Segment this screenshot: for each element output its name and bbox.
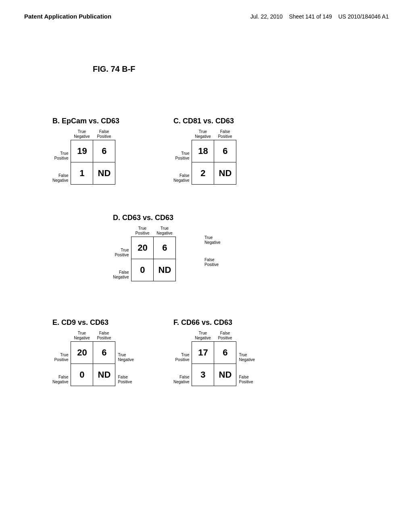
matrix-e-cell-10: 0 [71, 364, 93, 386]
matrix-b-cell-11: ND [93, 162, 115, 185]
matrix-c-cell-10: 2 [192, 162, 214, 185]
matrix-f-table: 17 6 3 ND [192, 341, 236, 386]
matrix-e-col1-label: TrueNegative [71, 331, 93, 341]
matrix-c: C. CD81 vs. CD63 TruePositive FalseNegat… [173, 117, 236, 189]
matrix-c-cell-11: ND [214, 162, 236, 185]
matrix-e-right-row2: FalsePositive [118, 375, 132, 384]
matrix-e-cell-00: 20 [71, 342, 93, 364]
matrix-c-title: C. CD81 vs. CD63 [173, 117, 236, 125]
matrix-d-col2-label: TrueNegative [153, 226, 175, 236]
matrix-f-cell-01: 6 [214, 342, 236, 364]
matrix-d-row1-label: TruePositive [115, 248, 129, 258]
matrix-e-cell-11: ND [93, 364, 115, 386]
matrix-e-right-row1: TrueNegative [118, 353, 133, 362]
matrix-b: B. EpCam vs. CD63 TruePositive FalseNega… [52, 117, 119, 189]
matrix-b-cell-00: 19 [71, 140, 93, 162]
matrix-f-cell-10: 3 [192, 364, 214, 386]
matrix-c-row2-label: FalseNegative [173, 173, 189, 183]
matrix-d-cell-10: 0 [131, 259, 154, 281]
matrix-b-col2-label: FalsePositive [93, 129, 115, 139]
matrix-c-row1-label: TruePositive [175, 151, 189, 161]
matrix-f-cell-11: ND [214, 364, 236, 386]
matrix-d-cell-11: ND [154, 259, 176, 281]
matrix-f: F. CD66 vs. CD63 TruePositive FalseNegat… [173, 318, 255, 391]
matrix-f-col2-label: FalsePositive [214, 331, 236, 341]
matrix-f-row2-label: FalseNegative [173, 375, 189, 384]
figure-title: FIG. 74 B-F [93, 64, 136, 74]
matrix-d: D. CD63 vs. CD63 TruePositive FalseNegat… [113, 214, 176, 286]
matrix-e-title: E. CD9 vs. CD63 [52, 318, 134, 327]
matrix-f-title: F. CD66 vs. CD63 [173, 318, 255, 327]
matrix-d-title: D. CD63 vs. CD63 [113, 214, 176, 222]
matrix-b-row1-label: TruePositive [54, 151, 68, 161]
matrix-d-right-row1: TrueNegative [204, 235, 220, 245]
matrix-c-col2-label: FalsePositive [214, 129, 236, 139]
publication-info: Jul. 22, 2010 Sheet 141 of 149 US 2010/1… [250, 12, 389, 21]
matrix-e-row1-label: TruePositive [54, 353, 68, 362]
matrix-c-table: 18 6 2 ND [192, 140, 236, 185]
matrix-c-col1-label: TrueNegative [192, 129, 214, 139]
matrix-e: E. CD9 vs. CD63 TruePositive FalseNegati… [52, 318, 134, 391]
matrix-b-cell-01: 6 [93, 140, 115, 162]
matrix-d-row2-label: FalseNegative [113, 270, 129, 280]
matrix-e-cell-01: 6 [93, 342, 115, 364]
matrix-d-right-row2: FalsePositive [204, 258, 219, 267]
matrix-f-row1-label: TruePositive [175, 353, 189, 362]
matrix-f-col1-label: TrueNegative [192, 331, 214, 341]
matrix-e-table: 20 6 0 ND [71, 341, 115, 386]
matrix-b-table: 19 6 1 ND [71, 140, 115, 185]
matrix-d-cell-00: 20 [131, 237, 154, 259]
matrix-b-row2-label: FalseNegative [52, 173, 68, 183]
matrix-c-cell-00: 18 [192, 140, 214, 162]
matrix-b-cell-10: 1 [71, 162, 93, 185]
matrix-f-cell-00: 17 [192, 342, 214, 364]
publication-title: Patent Application Publication [24, 12, 111, 21]
matrix-c-cell-01: 6 [214, 140, 236, 162]
matrix-b-title: B. EpCam vs. CD63 [52, 117, 119, 125]
matrix-d-table: 20 6 0 ND [131, 237, 176, 281]
matrix-d-cell-01: 6 [154, 237, 176, 259]
matrix-d-col1-label: TruePositive [131, 226, 153, 236]
matrix-f-right-row2: FalsePositive [239, 375, 253, 384]
matrix-f-right-row1: TrueNegative [239, 353, 254, 362]
matrix-e-row2-label: FalseNegative [52, 375, 68, 384]
matrix-b-col1-label: TrueNegative [71, 129, 93, 139]
page-header: Patent Application Publication Jul. 22, … [0, 0, 413, 21]
matrix-e-col2-label: FalsePositive [93, 331, 115, 341]
